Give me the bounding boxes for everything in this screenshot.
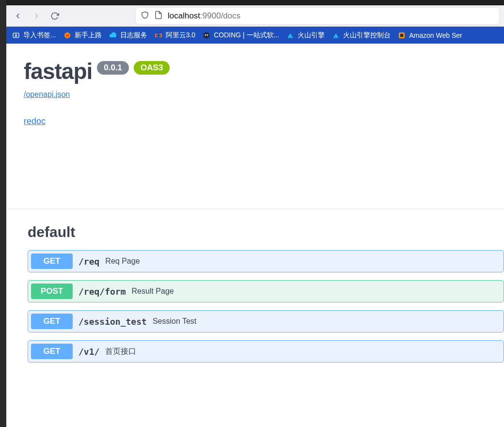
bookmark-label: Amazon Web Ser — [409, 32, 462, 39]
aws-icon — [397, 31, 406, 40]
svg-point-5 — [207, 34, 208, 36]
bookmark-label: 火山引擎 — [298, 31, 325, 40]
opblock-get-v1[interactable]: GET /v1/ 首页接口 — [28, 340, 504, 363]
swagger-header: fastapi 0.0.1 OAS3 /openapi.json redoc — [6, 44, 504, 127]
method-badge: GET — [31, 344, 73, 359]
bookmark-logservice[interactable]: 日志服务 — [109, 31, 147, 40]
opblock-post-req-form[interactable]: POST /req/form Result Page — [28, 280, 504, 302]
bookmark-coding[interactable]: CODING | 一站式软... — [202, 31, 279, 40]
page-icon — [154, 11, 163, 21]
coding-icon — [202, 31, 211, 40]
volcano-icon — [286, 31, 295, 40]
oas-badge: OAS3 — [134, 61, 170, 75]
url-bar[interactable]: localhost:9900/docs — [136, 8, 499, 24]
url-rest: :9900/docs — [200, 11, 240, 20]
bookmark-aws[interactable]: Amazon Web Ser — [397, 31, 462, 40]
method-badge: GET — [31, 314, 73, 329]
bookmark-volcano-console[interactable]: 火山引擎控制台 — [331, 31, 391, 40]
op-summary: Session Test — [153, 317, 196, 326]
opblock-get-req[interactable]: GET /req Req Page — [28, 250, 504, 272]
op-summary: 首页接口 — [105, 347, 136, 357]
url-text: localhost:9900/docs — [168, 11, 240, 21]
url-host: localhost — [168, 11, 200, 20]
bookmark-label: 新手上路 — [75, 31, 102, 40]
volcano-icon — [331, 31, 340, 40]
bookmark-label: CODING | 一站式软... — [214, 31, 279, 40]
bookmark-label: 导入书签... — [23, 31, 56, 40]
bookmark-volcano[interactable]: 火山引擎 — [286, 31, 325, 40]
svg-point-3 — [203, 32, 209, 38]
reload-button[interactable] — [47, 8, 63, 24]
forward-button[interactable] — [28, 8, 45, 24]
op-summary: Result Page — [132, 287, 174, 296]
aliyun-icon — [154, 31, 163, 40]
openapi-json-link[interactable]: /openapi.json — [24, 90, 70, 99]
shield-icon — [141, 11, 149, 21]
window-left-edge — [0, 0, 6, 427]
version-badge: 0.0.1 — [97, 61, 129, 75]
svg-point-4 — [205, 34, 206, 36]
bookmark-label: 火山引擎控制台 — [343, 31, 391, 40]
op-path: /v1/ — [79, 347, 99, 357]
bookmark-firefox[interactable]: 新手上路 — [63, 31, 102, 40]
bookmarks-bar: 导入书签... 新手上路 日志服务 阿里云3.0 CODING | 一站式软..… — [0, 27, 504, 44]
import-icon — [12, 31, 20, 40]
op-summary: Req Page — [105, 257, 140, 266]
tab-strip — [0, 0, 504, 5]
op-path: /session_test — [79, 316, 147, 327]
method-badge: GET — [31, 253, 73, 269]
bookmark-import[interactable]: 导入书签... — [12, 31, 56, 40]
tag-title[interactable]: default — [28, 224, 504, 240]
method-badge: POST — [31, 284, 73, 299]
api-title: fastapi — [24, 58, 92, 84]
tag-section-default: default GET /req Req Page POST /req/form… — [6, 209, 504, 363]
back-button[interactable] — [10, 8, 26, 24]
svg-rect-11 — [400, 33, 404, 37]
redoc-link[interactable]: redoc — [24, 116, 46, 127]
opblock-get-session-test[interactable]: GET /session_test Session Test — [28, 310, 504, 332]
op-path: /req — [79, 256, 99, 267]
firefox-icon — [63, 31, 72, 40]
op-path: /req/form — [79, 286, 126, 297]
cloud-icon — [109, 31, 117, 40]
bookmark-aliyun[interactable]: 阿里云3.0 — [154, 31, 195, 40]
browser-toolbar: localhost:9900/docs — [0, 5, 504, 27]
bookmark-label: 阿里云3.0 — [166, 31, 195, 40]
bookmark-label: 日志服务 — [120, 31, 147, 40]
page-viewport: fastapi 0.0.1 OAS3 /openapi.json redoc d… — [6, 44, 504, 427]
